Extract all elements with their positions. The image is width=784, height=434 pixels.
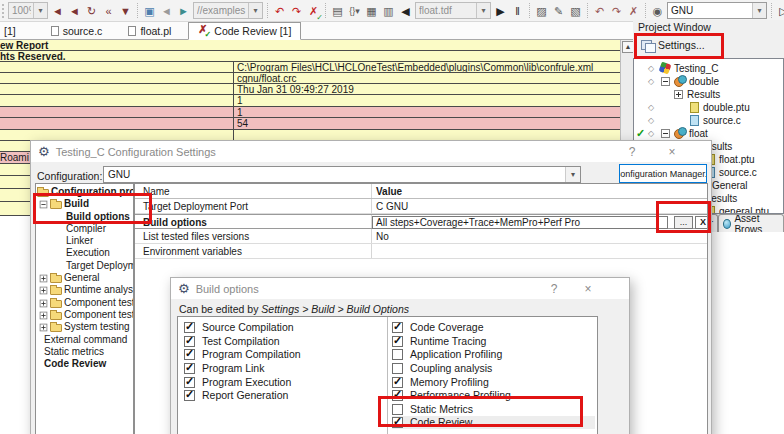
filter-icon[interactable]: ▼	[118, 1, 133, 21]
tree-item-static-metrics[interactable]: Static metrics	[36, 346, 133, 358]
folder-icon	[50, 312, 62, 320]
option-test-compilation[interactable]: Test Compilation	[184, 335, 280, 348]
prev-test-icon[interactable]: ◀	[398, 1, 413, 21]
tree-item-execution[interactable]: Execution	[36, 247, 133, 259]
tab-source-c[interactable]: source.c	[42, 22, 112, 39]
help-button[interactable]: ?	[621, 145, 643, 159]
braces-icon[interactable]: {}▾	[347, 1, 362, 21]
target-combo[interactable]: GNU▾	[667, 2, 767, 19]
dialog-titlebar[interactable]: ⚙ Testing_C Configuration Settings	[31, 141, 711, 162]
checkbox-icon[interactable]	[184, 349, 195, 360]
checkbox-icon[interactable]	[392, 336, 403, 347]
collapse-icon[interactable]	[661, 129, 670, 138]
tree-item-component-testing-2[interactable]: Component testing for C	[36, 309, 133, 321]
table-row-build-options[interactable]: Build options All steps+Coverage+Trace+M…	[135, 214, 707, 229]
table-row-target-deployment-port[interactable]: Target Deployment Port C GNU	[135, 199, 707, 214]
tree-item-double-results[interactable]: Results	[634, 88, 783, 101]
toolbar-separator	[325, 3, 326, 18]
checkbox-icon[interactable]	[184, 390, 195, 401]
tree-item-target-deployment-port[interactable]: Target Deployment Po	[36, 260, 133, 272]
report-window-icon[interactable]: ▣	[142, 1, 157, 21]
expand-icon[interactable]	[674, 90, 683, 99]
checkbox-icon[interactable]	[392, 349, 403, 360]
fast-rewind-icon[interactable]: «	[101, 1, 116, 21]
option-runtime-tracing[interactable]: Runtime Tracing	[392, 335, 486, 348]
edit-script-icon[interactable]: ✎	[551, 1, 566, 21]
tree-item-double-ptu[interactable]: ◇ double.ptu	[634, 101, 783, 114]
run-icon[interactable]: ▶	[493, 1, 508, 21]
checkbox-icon[interactable]	[392, 363, 403, 374]
checkbox-icon[interactable]	[184, 377, 195, 388]
option-source-compilation[interactable]: Source Compilation	[184, 321, 294, 334]
expand-icon[interactable]	[40, 299, 48, 307]
configuration-combo[interactable]: GNU ▾	[103, 166, 581, 183]
report-back-icon[interactable]: ◄	[50, 1, 65, 21]
undo2-icon[interactable]: ↶	[592, 1, 607, 21]
tree-item-component-testing-1[interactable]: Component testing for C	[36, 297, 133, 309]
checkbox-icon[interactable]	[392, 377, 403, 388]
close-icon[interactable]: ×	[577, 282, 599, 296]
tdf-combo[interactable]: float.tdf▾	[415, 2, 491, 19]
play-icon[interactable]: ▷	[776, 1, 784, 21]
export-grid-icon[interactable]: ▦	[364, 1, 379, 21]
table-row-environment-variables[interactable]: Environment variables	[135, 244, 707, 259]
zoom-level-combo[interactable]: 100%▾	[8, 2, 48, 19]
cancel-icon[interactable]: ✗	[626, 1, 641, 21]
tree-item-linker[interactable]: Linker	[36, 235, 133, 247]
tree-item-general[interactable]: General	[36, 272, 133, 284]
report-book-icon[interactable]: ▤	[330, 1, 345, 21]
undo-icon[interactable]: ↶	[272, 1, 287, 21]
clear-results-icon[interactable]: ✗✓	[306, 1, 321, 21]
collapse-icon[interactable]	[661, 77, 670, 86]
expand-icon[interactable]	[40, 274, 48, 282]
table-row-list-tested-files[interactable]: List tested files versions No	[135, 229, 707, 244]
close-icon[interactable]: ×	[661, 145, 683, 159]
examples-combo[interactable]: //examples▾	[193, 2, 263, 19]
redo2-icon[interactable]: ↷	[609, 1, 624, 21]
expand-icon[interactable]	[40, 311, 48, 319]
configuration-manager-button[interactable]: Configuration Manager...	[619, 164, 707, 183]
tree-item-system-testing[interactable]: System testing	[36, 321, 133, 333]
option-coupling-analysis[interactable]: Coupling analysis	[392, 362, 492, 375]
rotate-view-icon[interactable]: ↻	[84, 1, 99, 21]
tree-item-double-source[interactable]: ◇ source.c	[634, 114, 783, 127]
report-row: Thu Jan 31 09:49:27 2019	[0, 84, 620, 95]
option-memory-profiling[interactable]: Memory Profiling	[392, 376, 489, 389]
snapshot-icon[interactable]: ◉	[650, 1, 665, 21]
tree-item-external-command[interactable]: External command	[36, 334, 133, 346]
option-program-execution[interactable]: Program Execution	[184, 376, 291, 389]
highlight-browse-buttons	[656, 201, 711, 233]
tab-float-pl[interactable]: float.pl	[119, 22, 180, 39]
tree-item-compiler[interactable]: Compiler	[36, 223, 133, 235]
build-tools-icon[interactable]: ▨	[534, 1, 549, 21]
option-code-coverage[interactable]: Code Coverage	[392, 321, 484, 334]
columns-icon[interactable]: ▥	[381, 1, 396, 21]
expand-icon[interactable]	[40, 286, 48, 294]
tree-item-testing-c[interactable]: ◇ Testing_C	[634, 62, 783, 75]
nav-forward-icon[interactable]: ►	[176, 1, 191, 21]
tree-item-runtime-analysis[interactable]: Runtime analysis	[36, 284, 133, 296]
toolbar-grip[interactable]	[2, 4, 4, 18]
report-back2-icon[interactable]: ◄	[67, 1, 82, 21]
nav-back-icon[interactable]: ◄	[159, 1, 174, 21]
option-report-generation[interactable]: Report Generation	[184, 389, 288, 402]
tree-item-code-review[interactable]: Code Review	[36, 358, 133, 370]
tree-item-double[interactable]: ◇ double	[634, 75, 783, 88]
checkbox-icon[interactable]	[392, 322, 403, 333]
help-button[interactable]: ?	[543, 282, 565, 296]
expand-icon[interactable]	[40, 323, 48, 331]
checkbox-icon[interactable]	[184, 363, 195, 374]
pause-icon[interactable]: ‖	[510, 1, 525, 21]
tab-asset-browser[interactable]: Asset Brows	[718, 214, 784, 232]
option-program-compilation[interactable]: Program Compilation	[184, 348, 301, 361]
tab-clipped[interactable]: [1]	[0, 22, 20, 39]
tree-item-float[interactable]: ✓ ◇ float	[634, 127, 783, 140]
redo-icon[interactable]: ↷	[289, 1, 304, 21]
option-application-profiling[interactable]: Application Profiling	[392, 348, 502, 361]
checkbox-icon[interactable]	[184, 322, 195, 333]
build-options-value-field[interactable]: All steps+Coverage+Trace+MemPro+Perf Pro	[372, 216, 668, 229]
pattern-icon[interactable]: ▧	[568, 1, 583, 21]
tab-code-review[interactable]: ✗✓ Code Review [1]	[188, 22, 301, 40]
option-program-link[interactable]: Program Link	[184, 362, 264, 375]
checkbox-icon[interactable]	[184, 336, 195, 347]
